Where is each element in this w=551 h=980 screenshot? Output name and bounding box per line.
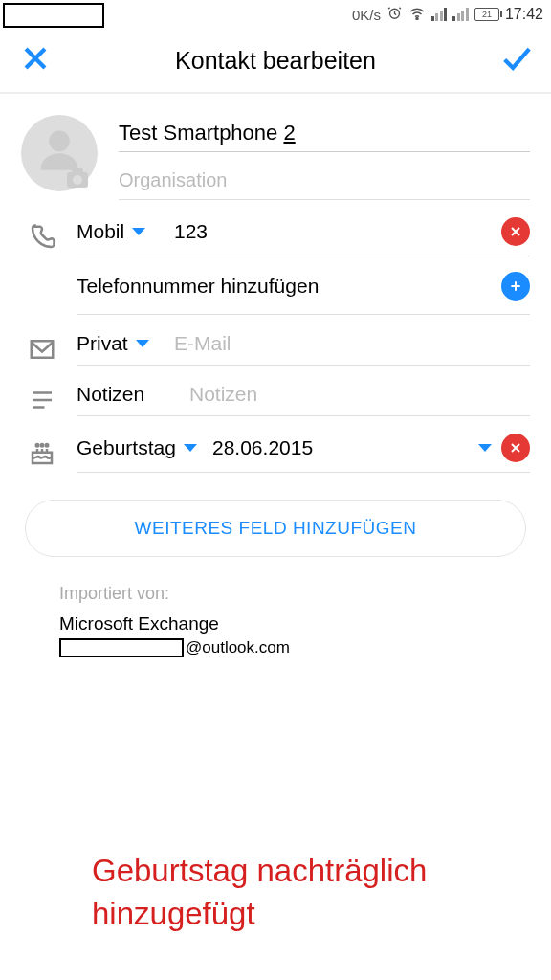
svg-point-6 <box>41 444 44 447</box>
add-phone-label: Telefonnummer hinzufügen <box>77 275 501 298</box>
notes-label: Notizen <box>77 383 184 406</box>
svg-point-2 <box>49 131 70 152</box>
svg-point-7 <box>46 444 49 447</box>
remove-birthday-button[interactable] <box>501 434 530 462</box>
notes-input[interactable]: Notizen <box>189 383 530 406</box>
title-bar: Kontakt bearbeiten <box>0 29 551 94</box>
phone-icon <box>21 223 63 252</box>
imported-source: Microsoft Exchange <box>59 613 530 635</box>
redaction-box <box>3 3 104 28</box>
birthday-icon <box>21 439 63 468</box>
remove-phone-button[interactable] <box>501 217 530 246</box>
birthday-type-dropdown[interactable]: Geburtstag <box>77 436 207 459</box>
mail-icon <box>21 335 63 364</box>
phone-type-dropdown[interactable]: Mobil <box>77 220 168 243</box>
add-phone-row[interactable]: Telefonnummer hinzufügen <box>77 256 530 315</box>
signal-1-icon <box>431 8 448 21</box>
alarm-icon <box>386 5 403 24</box>
chevron-down-icon <box>132 228 145 235</box>
add-field-button[interactable]: WEITERES FELD HINZUFÜGEN <box>25 500 526 557</box>
organisation-input[interactable]: Organisation <box>119 152 530 200</box>
add-phone-button[interactable] <box>501 272 530 301</box>
clock: 17:42 <box>505 6 543 23</box>
email-input[interactable]: E-Mail <box>174 332 530 355</box>
email-type-dropdown[interactable]: Privat <box>77 332 168 355</box>
confirm-button[interactable] <box>499 42 532 78</box>
net-speed: 0K/s <box>352 7 381 23</box>
page-title: Kontakt bearbeiten <box>175 47 376 75</box>
svg-point-1 <box>416 18 418 20</box>
imported-from-label: Importiert von: <box>59 584 524 604</box>
chevron-down-icon <box>136 340 149 347</box>
annotation-text: Geburtstag nachträglich hinzugefügt <box>92 850 551 935</box>
name-input[interactable]: Test Smartphone 2 <box>119 115 530 152</box>
avatar[interactable] <box>21 115 98 191</box>
imported-email: @outlook.com <box>59 638 530 657</box>
birthday-value[interactable]: 28.06.2015 <box>212 436 469 459</box>
cancel-button[interactable] <box>19 42 52 78</box>
status-bar: 0K/s 21 17:42 <box>0 0 551 29</box>
phone-value-input[interactable]: 123 <box>174 220 496 243</box>
notes-icon <box>21 386 63 414</box>
redaction-box <box>59 638 184 657</box>
signal-2-icon <box>452 8 469 21</box>
birthday-date-dropdown[interactable] <box>478 444 492 452</box>
chevron-down-icon <box>184 444 197 452</box>
camera-icon <box>67 172 88 188</box>
wifi-icon <box>408 6 426 23</box>
battery-icon: 21 <box>474 8 499 21</box>
svg-point-5 <box>36 444 39 447</box>
